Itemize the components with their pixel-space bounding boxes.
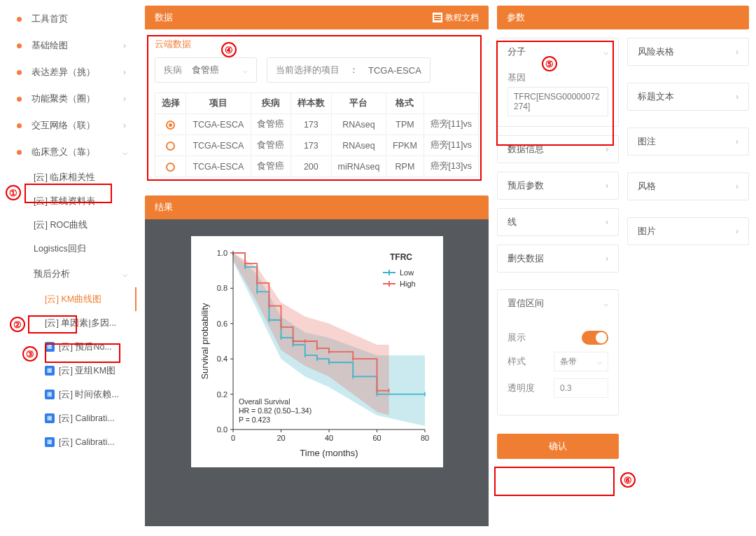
km-chart: 0.00.20.40.60.81.0020406080Time (months)…	[191, 236, 443, 467]
row-radio[interactable]	[166, 142, 175, 151]
sidebar-item-2[interactable]: 功能聚类（圈） ›	[0, 85, 136, 112]
gene-input[interactable]: TFRC[ENSG00000072274]	[507, 87, 608, 116]
sidebar-item-label: [云] 亚组KM图	[59, 365, 136, 377]
chevron-down-icon: ⌵	[118, 269, 131, 279]
sidebar-prognosis-sub-6[interactable]: ▦ [云] Calibrati...	[0, 430, 136, 454]
sidebar-item-label: Logistics回归	[34, 243, 136, 255]
sidebar-clinical-sub-3[interactable]: Logistics回归	[0, 237, 136, 261]
sidebar-item-label: 基础绘图	[31, 39, 118, 52]
chevron-right-icon: ›	[736, 226, 738, 236]
acc-right-2: 图注 ›	[627, 128, 749, 156]
sidebar-item-label: [云] ROC曲线	[34, 219, 136, 231]
sidebar-item-label: [云] Calibrati...	[59, 413, 136, 425]
acc-left-0-head[interactable]: 数据信息 ›	[498, 136, 618, 163]
sidebar-prognosis-sub-5[interactable]: ▦ [云] Calibrati...	[0, 406, 136, 430]
chevron-right-icon: ›	[736, 181, 738, 191]
sidebar-item-label: [云] Calibrati...	[59, 437, 136, 448]
sidebar-item-1[interactable]: 表达差异（挑） ›	[0, 59, 136, 85]
cell-platform: RNAseq	[331, 135, 386, 156]
acc-title: 图注	[638, 135, 656, 148]
cell-disease: 食管癌	[251, 135, 291, 156]
chevron-right-icon: ›	[606, 181, 608, 191]
acc-right-3-head[interactable]: 风格 ›	[628, 173, 748, 200]
badge-icon: ▦	[45, 413, 55, 423]
svg-text:P = 0.423: P = 0.423	[239, 415, 270, 424]
sidebar-prognosis-sub-2[interactable]: ▦ [云] 预后No...	[0, 335, 136, 359]
params-title: 参数	[507, 6, 525, 29]
sidebar-clinical-sub-2[interactable]: [云] ROC曲线	[0, 213, 136, 237]
svg-text:40: 40	[324, 434, 332, 442]
col-head: 选择	[155, 93, 186, 114]
ci-style-label: 样式	[507, 356, 526, 368]
acc-molecule-head[interactable]: 分子 ⌵	[498, 39, 618, 65]
svg-text:Overall Survival: Overall Survival	[239, 397, 290, 406]
document-icon	[433, 13, 442, 22]
svg-text:Time (months): Time (months)	[300, 448, 358, 458]
table-row[interactable]: TCGA-ESCA 食管癌 173 RNAseq TPM 癌旁[11]vs	[155, 114, 479, 135]
project-value: TCGA-ESCA	[368, 65, 421, 76]
row-radio[interactable]	[166, 121, 175, 130]
acc-molecule: 分子 ⌵ 基因 TFRC[ENSG00000072274]	[497, 38, 619, 127]
acc-ci-head[interactable]: 置信区间 ⌵	[498, 290, 618, 317]
acc-left-3-head[interactable]: 删失数据 ›	[498, 245, 618, 272]
chevron-right-icon: ›	[736, 92, 738, 102]
disease-select-label: 疾病	[164, 64, 182, 76]
sidebar-prognosis-sub-0[interactable]: [云] KM曲线图	[0, 287, 136, 311]
row-radio[interactable]	[166, 163, 175, 172]
sidebar-prognosis[interactable]: 预后分析 ⌵	[0, 261, 136, 287]
acc-right-1-head[interactable]: 标题文本 ›	[628, 83, 748, 110]
ci-show-toggle[interactable]	[582, 331, 608, 345]
table-row[interactable]: TCGA-ESCA 食管癌 200 miRNAseq RPM 癌旁[13]vs	[155, 156, 479, 177]
cell-extra: 癌旁[11]vs	[424, 135, 478, 156]
sidebar-home[interactable]: 工具首页	[0, 6, 136, 32]
table-row[interactable]: TCGA-ESCA 食管癌 173 RNAseq FPKM 癌旁[11]vs	[155, 135, 479, 156]
sidebar-item-0[interactable]: 基础绘图 ›	[0, 32, 136, 59]
acc-right-0-head[interactable]: 风险表格 ›	[628, 39, 748, 65]
cell-disease: 食管癌	[251, 114, 291, 135]
col-head: 样本数	[291, 93, 332, 114]
dot-icon	[17, 123, 22, 128]
acc-right-4-head[interactable]: 图片 ›	[628, 218, 748, 245]
main: 数据 教程文档 云端数据 疾病 食管癌 ⌵ 当前选择的项目 ：	[136, 0, 497, 536]
project-display: 当前选择的项目 ： TCGA-ESCA	[267, 57, 430, 83]
disease-select-value: 食管癌	[192, 64, 219, 76]
svg-text:80: 80	[420, 434, 428, 442]
disease-select[interactable]: 疾病 食管癌 ⌵	[155, 57, 257, 83]
dataset-table: 选择项目疾病样本数平台格式 TCGA-ESCA 食管癌 173 RNAseq T…	[155, 92, 479, 177]
dot-icon	[17, 97, 22, 102]
acc-right-0: 风险表格 ›	[627, 38, 749, 66]
acc-left-1-head[interactable]: 预后参数 ›	[498, 172, 618, 199]
sidebar-prognosis-sub-4[interactable]: ▦ [云] 时间依赖...	[0, 383, 136, 406]
sidebar-clinical[interactable]: 临床意义（靠） ⌵	[0, 139, 136, 165]
acc-title: 标题文本	[638, 90, 674, 103]
result-panel-title: 结果	[155, 195, 173, 219]
sidebar-clinical-sub-1[interactable]: [云] 基线资料表	[0, 189, 136, 213]
chevron-down-icon: ⌵	[603, 47, 608, 57]
chevron-down-icon: ⌵	[597, 357, 602, 366]
acc-left-2-head[interactable]: 线 ›	[498, 209, 618, 235]
cell-format: TPM	[386, 114, 424, 135]
acc-title: 数据信息	[507, 143, 544, 156]
cell-n: 173	[291, 114, 332, 135]
sidebar-prognosis-sub-3[interactable]: ▦ [云] 亚组KM图	[0, 359, 136, 383]
acc-right-1: 标题文本 ›	[627, 83, 749, 111]
badge-icon: ▦	[45, 437, 55, 447]
acc-left-1: 预后参数 ›	[497, 172, 619, 200]
acc-right-2-head[interactable]: 图注 ›	[628, 128, 748, 155]
ci-alpha-input[interactable]: 0.3	[554, 378, 608, 398]
acc-title: 风格	[638, 180, 656, 193]
tutorial-doc-link[interactable]: 教程文档	[433, 6, 479, 29]
cell-project: TCGA-ESCA	[186, 135, 251, 156]
sidebar-clinical-sub-0[interactable]: [云] 临床相关性	[0, 165, 136, 189]
col-head	[424, 93, 478, 114]
svg-text:Survival probability: Survival probability	[200, 303, 210, 380]
svg-text:TFRC: TFRC	[390, 252, 412, 262]
ci-style-select[interactable]: 条带 ⌵	[554, 352, 608, 371]
sidebar-item-3[interactable]: 交互网络（联） ›	[0, 112, 136, 139]
svg-text:60: 60	[372, 434, 381, 442]
param-col-right: 风险表格 › 标题文本 › 图注 › 风格 › 图片 ›	[627, 38, 749, 459]
sidebar: 工具首页 基础绘图 › 表达差异（挑） › 功能聚类（圈） › 交互网络（联） …	[0, 0, 136, 536]
sidebar-item-label: [云] 预后No...	[59, 341, 136, 353]
sidebar-prognosis-sub-1[interactable]: [云] 单因素|多因...	[0, 311, 136, 335]
confirm-button[interactable]: 确认	[497, 434, 619, 459]
